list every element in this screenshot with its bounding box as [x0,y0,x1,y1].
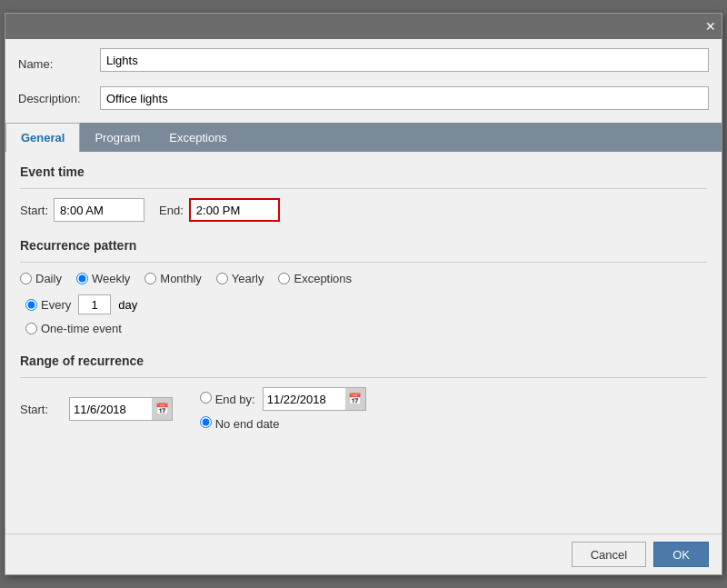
range-start-calendar-button[interactable]: 📅 [152,398,172,420]
range-start-date-input[interactable] [70,398,152,420]
radio-monthly-input[interactable] [144,273,156,284]
ok-button[interactable]: OK [653,542,709,567]
description-row: Description: [18,86,709,110]
radio-every[interactable]: Every [25,298,71,312]
radio-daily-input[interactable] [20,273,32,284]
radio-weekly[interactable]: Weekly [76,272,130,285]
start-label: Start: [20,204,48,217]
name-row: Name: [18,48,709,79]
end-time-input[interactable] [189,198,280,222]
radio-yearly-input[interactable] [216,273,228,284]
range-row: Start: 📅 End by: 📅 [20,387,707,431]
end-time-field: End: [159,198,280,222]
footer: Cancel OK [5,533,722,574]
end-options: End by: 📅 No end date [200,387,366,431]
day-label: day [118,298,137,312]
end-by-calendar-button[interactable]: 📅 [345,388,365,410]
recurrence-section: Recurrence pattern Daily Weekly Monthly [20,238,707,335]
radio-no-end-date[interactable]: No end date [200,416,279,431]
tab-general[interactable]: General [5,123,80,152]
close-button[interactable]: ✕ [705,20,716,33]
name-label: Name: [18,57,100,71]
range-title: Range of recurrence [20,354,707,368]
sub-radio-section: Every day One-time event [25,294,707,335]
event-time-row: Start: End: [20,198,707,222]
radio-end-by-input[interactable] [200,392,212,404]
start-time-field: Start: [20,198,144,222]
radio-no-end-date-input[interactable] [200,416,212,428]
tab-program[interactable]: Program [80,123,154,152]
start-time-input[interactable] [54,198,144,222]
name-input[interactable] [100,48,709,72]
end-label: End: [159,204,184,217]
radio-end-by[interactable]: End by: [200,392,255,406]
end-by-date-wrap: 📅 [263,387,366,411]
dialog: ✕ Name: Description: General Program Exc… [5,13,722,575]
form-area: Name: Description: [5,39,722,123]
radio-exceptions[interactable]: Exceptions [278,272,352,285]
radio-one-time[interactable]: One-time event [25,322,122,335]
radio-exceptions-input[interactable] [278,273,290,284]
range-start-date-wrap: 📅 [69,397,173,421]
radio-weekly-input[interactable] [76,273,88,284]
content-area: Event time Start: End: Recurrence patter… [5,152,722,533]
recurrence-options-row: Daily Weekly Monthly Yearly Exceptions [20,272,707,285]
radio-daily[interactable]: Daily [20,272,62,285]
radio-every-input[interactable] [25,299,37,311]
end-by-row: End by: 📅 [200,387,366,411]
tab-exceptions[interactable]: Exceptions [154,123,242,152]
radio-yearly[interactable]: Yearly [216,272,264,285]
recurrence-title: Recurrence pattern [20,238,707,253]
day-count-input[interactable] [78,294,111,314]
tabs-bar: General Program Exceptions [5,123,722,152]
title-bar: ✕ [5,14,722,39]
description-label: Description: [18,92,100,105]
cancel-button[interactable]: Cancel [572,542,646,567]
radio-monthly[interactable]: Monthly [144,272,202,285]
every-row: Every day [25,294,707,314]
radio-one-time-input[interactable] [25,323,37,334]
range-start-label: Start: [20,403,60,416]
one-time-row: One-time event [25,322,707,335]
description-input[interactable] [100,86,709,110]
range-section: Range of recurrence Start: 📅 End by: [20,354,707,431]
end-by-date-input[interactable] [264,388,345,410]
event-time-title: Event time [20,164,707,179]
no-end-date-row: No end date [200,416,366,431]
